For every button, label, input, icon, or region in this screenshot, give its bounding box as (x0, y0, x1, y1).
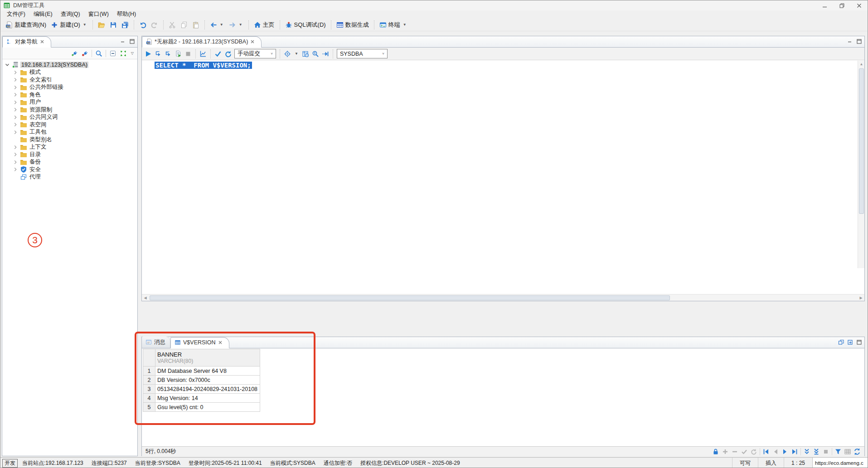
tree-item-schemas[interactable]: 模式 (2, 69, 137, 77)
maximize-panel-icon[interactable] (129, 39, 136, 45)
schema-select[interactable]: SYSDBA ˅ (337, 49, 388, 58)
tree-item-public-synonyms[interactable]: 公共同义词 (2, 114, 137, 121)
chevron-icon[interactable] (12, 106, 19, 113)
close-results-tab-icon[interactable] (218, 340, 223, 345)
sql-debug-button[interactable]: SQL调试(D) (283, 20, 328, 30)
disconnect-icon[interactable] (81, 50, 88, 57)
maximize-results-icon[interactable] (856, 339, 863, 346)
commit-mode-select[interactable]: 手动提交 ˅ (234, 49, 276, 58)
lock-grid-icon[interactable] (712, 448, 719, 455)
back-dropdown-icon[interactable]: ▼ (219, 23, 224, 27)
scroll-up-icon[interactable]: ▲ (858, 61, 865, 68)
restore-window-icon[interactable] (833, 0, 850, 10)
commit-icon[interactable] (214, 50, 222, 58)
add-row-icon[interactable] (722, 448, 729, 455)
vertical-scroll-thumb[interactable] (859, 68, 864, 214)
tree-item-users[interactable]: 用户 (2, 99, 137, 106)
menu-help[interactable]: 帮助(H) (113, 10, 140, 18)
search-icon[interactable] (95, 50, 102, 57)
tree-item-public-external-links[interactable]: 公共外部链接 (2, 84, 137, 92)
back-button[interactable]: ▼ (208, 20, 227, 29)
menu-query[interactable]: 查询(Q) (57, 10, 84, 18)
stop-fetch-icon[interactable] (822, 448, 829, 455)
minimize-editor-icon[interactable] (847, 39, 853, 45)
cut-button[interactable] (166, 20, 178, 29)
table-row[interactable]: 1DM Database Server 64 V8 (143, 367, 260, 376)
chevron-icon[interactable] (12, 159, 19, 165)
stop-icon[interactable] (184, 50, 192, 58)
menu-edit[interactable]: 编辑(E) (30, 10, 56, 18)
close-window-icon[interactable] (850, 0, 868, 10)
chevron-icon[interactable] (12, 99, 19, 106)
open-button[interactable] (96, 20, 107, 29)
eco-dameng-link[interactable]: https://eco.dameng.c (812, 458, 868, 468)
locate-dropdown-icon[interactable]: ▼ (294, 52, 299, 56)
locate-object-icon[interactable] (284, 50, 291, 58)
previous-page-icon[interactable] (772, 448, 779, 455)
column-header-banner[interactable]: BANNER VARCHAR(80) (155, 349, 260, 367)
undo-button[interactable] (137, 20, 149, 29)
minimize-panel-icon[interactable] (120, 39, 126, 45)
new-query-button[interactable]: SQL 新建查询(N) (3, 20, 48, 30)
apply-changes-icon[interactable] (741, 448, 748, 455)
scroll-right-icon[interactable]: ▶ (858, 294, 864, 301)
chevron-icon[interactable] (12, 114, 19, 121)
minimize-results-icon[interactable] (847, 339, 853, 346)
new-connection-icon[interactable] (71, 50, 78, 57)
rollback-icon[interactable] (224, 50, 232, 58)
table-row[interactable]: 5Gsu level(5) cnt: 0 (143, 403, 260, 412)
detach-view-icon[interactable] (838, 339, 844, 346)
maximize-editor-icon[interactable] (856, 39, 863, 45)
sql-editor-area[interactable]: SELECT * FROM V$VERSION; (142, 60, 864, 268)
tree-item-roles[interactable]: 角色 (2, 91, 137, 99)
tree-item-agent[interactable]: 代理 (2, 174, 137, 181)
tree-item-catalogs[interactable]: 目录 (2, 151, 137, 159)
paste-button[interactable] (190, 20, 202, 29)
chevron-icon[interactable] (12, 151, 19, 158)
close-navigator-icon[interactable] (40, 39, 44, 44)
tree-item-type-aliases[interactable]: 类型别名 (2, 136, 137, 144)
query-history-icon[interactable] (302, 50, 309, 58)
execute-current-statement-icon[interactable] (155, 50, 162, 58)
save-button[interactable] (107, 20, 119, 29)
chevron-icon[interactable] (12, 144, 19, 150)
editor-vertical-scrollbar[interactable]: ▲ (858, 61, 864, 268)
execute-to-cursor-icon[interactable] (165, 50, 172, 58)
forward-dropdown-icon[interactable]: ▼ (238, 23, 243, 27)
next-page-icon[interactable] (781, 448, 789, 455)
first-page-icon[interactable] (762, 448, 770, 455)
chevron-icon[interactable] (12, 77, 19, 83)
terminal-dropdown-icon[interactable]: ▼ (402, 23, 407, 27)
chevron-expanded-icon[interactable] (4, 62, 10, 68)
revert-changes-icon[interactable] (750, 448, 757, 455)
tab-vversion-grid[interactable]: V$VERSION (170, 337, 229, 348)
table-row[interactable]: 2DB Version: 0x7000c (143, 376, 260, 385)
refresh-icon[interactable] (853, 448, 861, 455)
tree-item-backups[interactable]: 备份 (2, 159, 137, 166)
tab-object-navigator[interactable]: 对象导航 (2, 36, 51, 48)
new-button[interactable]: 新建(O) ▼ (48, 20, 90, 30)
terminal-button[interactable]: 终端 ▼ (377, 20, 410, 30)
execute-script-icon[interactable] (175, 50, 182, 58)
tree-item-contexts[interactable]: 上下文 (2, 144, 137, 151)
tree-root-connection[interactable]: 192.168.17.123(SYSDBA) (2, 61, 137, 69)
tab-messages[interactable]: 消息 (142, 337, 170, 348)
table-row[interactable]: 4Msg Version: 14 (143, 394, 260, 403)
expand-all-icon[interactable] (120, 50, 127, 57)
copy-button[interactable] (178, 20, 190, 29)
last-page-icon[interactable] (791, 448, 798, 455)
forward-button[interactable]: ▼ (227, 20, 246, 29)
chevron-icon[interactable] (12, 121, 19, 128)
redo-button[interactable] (149, 20, 160, 29)
collapse-all-icon[interactable] (109, 50, 116, 57)
chevron-icon[interactable] (12, 69, 19, 76)
sql-text-selected[interactable]: SELECT * FROM V$VERSION; (155, 62, 252, 69)
scroll-left-icon[interactable]: ◀ (142, 294, 149, 301)
execute-icon[interactable] (145, 50, 152, 58)
editor-horizontal-scrollbar[interactable]: ◀ ▶ (142, 294, 864, 301)
tree-item-resource-limits[interactable]: 资源限制 (2, 106, 137, 114)
chevron-icon[interactable] (12, 84, 19, 91)
fetch-all-icon[interactable] (813, 448, 820, 455)
menu-file[interactable]: 文件(F) (3, 10, 29, 18)
jump-to-icon[interactable] (322, 50, 329, 58)
